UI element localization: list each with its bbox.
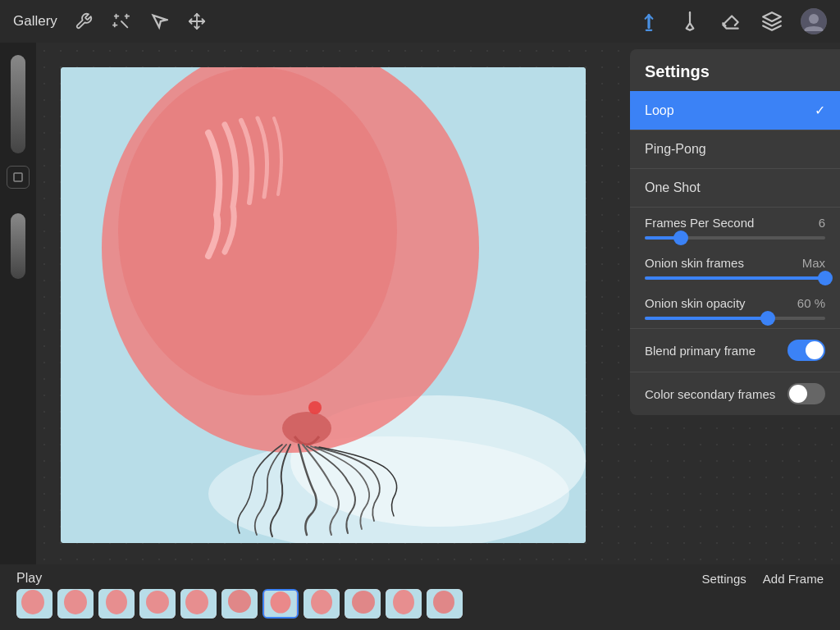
ink-pen-icon[interactable] bbox=[678, 9, 702, 34]
onion-frames-slider-thumb[interactable] bbox=[818, 271, 833, 285]
square-btn[interactable] bbox=[7, 166, 30, 189]
onion-opacity-slider-fill bbox=[645, 317, 768, 320]
fps-slider-track[interactable] bbox=[645, 236, 825, 240]
toolbar-left: Gallery bbox=[13, 10, 208, 33]
avatar[interactable] bbox=[801, 8, 827, 34]
onion-opacity-slider-thumb[interactable] bbox=[760, 311, 775, 326]
svg-point-20 bbox=[64, 590, 87, 614]
frame-thumb-10[interactable] bbox=[386, 589, 422, 619]
frame-thumb-5[interactable] bbox=[180, 589, 217, 619]
loop-label: Loop bbox=[645, 103, 674, 118]
frame-thumb-9[interactable] bbox=[345, 589, 381, 619]
wrench-icon[interactable] bbox=[72, 10, 95, 33]
onion-frames-slider-row: Onion skin frames Max bbox=[630, 248, 840, 288]
onion-opacity-slider-row: Onion skin opacity 60 % bbox=[630, 288, 840, 328]
bottom-actions: Settings Add Frame bbox=[702, 572, 824, 586]
svg-point-8 bbox=[809, 14, 819, 24]
color-secondary-toggle-row: Color secondary frames bbox=[630, 372, 840, 415]
svg-point-26 bbox=[185, 590, 208, 614]
svg-point-24 bbox=[146, 591, 169, 614]
color-secondary-toggle[interactable] bbox=[788, 383, 825, 404]
svg-point-18 bbox=[21, 590, 44, 614]
svg-marker-6 bbox=[763, 12, 781, 21]
layers-icon[interactable] bbox=[760, 9, 784, 34]
svg-point-15 bbox=[282, 412, 331, 445]
bottom-toolbar-top: Play Settings Add Frame bbox=[0, 564, 840, 586]
frame-thumb-1[interactable] bbox=[16, 589, 52, 619]
ping-pong-label: Ping-Pong bbox=[645, 142, 706, 157]
frame-thumb-11[interactable] bbox=[427, 589, 463, 619]
bottom-toolbar: Play Settings Add Frame bbox=[0, 564, 840, 630]
blend-primary-knob bbox=[806, 341, 824, 359]
canvas-frame[interactable] bbox=[61, 67, 586, 543]
svg-point-36 bbox=[393, 590, 414, 614]
svg-rect-9 bbox=[14, 173, 22, 181]
frames-strip bbox=[0, 586, 840, 622]
frame-thumb-7[interactable] bbox=[262, 589, 299, 619]
frame-thumb-2[interactable] bbox=[57, 589, 94, 619]
onion-frames-value: Max bbox=[802, 256, 825, 270]
toolbar-right bbox=[637, 8, 827, 34]
svg-line-0 bbox=[121, 21, 127, 27]
play-button[interactable]: Play bbox=[16, 571, 42, 586]
loop-checkmark: ✓ bbox=[815, 103, 825, 118]
fps-slider-thumb[interactable] bbox=[673, 231, 688, 245]
onion-opacity-value: 60 % bbox=[797, 296, 825, 310]
onion-frames-slider-track[interactable] bbox=[645, 276, 825, 280]
settings-button[interactable]: Settings bbox=[702, 572, 746, 586]
loop-option[interactable]: Loop ✓ bbox=[630, 91, 840, 130]
ping-pong-option[interactable]: Ping-Pong bbox=[630, 130, 840, 169]
blend-primary-toggle-row: Blend primary frame bbox=[630, 328, 840, 372]
frame-thumb-3[interactable] bbox=[98, 589, 135, 619]
color-secondary-knob bbox=[789, 385, 807, 403]
one-shot-option[interactable]: One Shot bbox=[630, 169, 840, 208]
svg-point-22 bbox=[106, 590, 127, 614]
blend-primary-label: Blend primary frame bbox=[645, 344, 756, 358]
fps-label: Frames Per Second bbox=[645, 216, 754, 230]
add-frame-button[interactable]: Add Frame bbox=[763, 572, 824, 586]
magic-wand-icon[interactable] bbox=[110, 10, 133, 33]
frame-thumb-8[interactable] bbox=[304, 589, 340, 619]
frame-thumb-6[interactable] bbox=[221, 589, 258, 619]
pencil-tool-icon[interactable] bbox=[637, 9, 661, 34]
transform-icon[interactable] bbox=[185, 10, 208, 33]
settings-title: Settings bbox=[630, 49, 840, 91]
frame-thumb-4[interactable] bbox=[139, 589, 176, 619]
settings-panel: Settings Loop ✓ Ping-Pong One Shot Frame… bbox=[630, 49, 840, 415]
onion-opacity-label: Onion skin opacity bbox=[645, 296, 746, 310]
one-shot-label: One Shot bbox=[645, 180, 701, 195]
eraser-icon[interactable] bbox=[719, 9, 743, 34]
fps-value: 6 bbox=[819, 216, 825, 230]
onion-frames-label: Onion skin frames bbox=[645, 256, 744, 270]
svg-point-16 bbox=[308, 401, 322, 414]
gallery-button[interactable]: Gallery bbox=[13, 13, 57, 30]
svg-point-32 bbox=[311, 590, 332, 614]
color-strip[interactable] bbox=[11, 55, 25, 153]
onion-opacity-slider-track[interactable] bbox=[645, 317, 825, 320]
top-toolbar: Gallery bbox=[0, 0, 840, 43]
left-sidebar bbox=[0, 43, 36, 564]
onion-frames-slider-fill bbox=[645, 276, 825, 280]
svg-point-38 bbox=[433, 591, 454, 614]
svg-point-30 bbox=[271, 591, 291, 614]
opacity-strip[interactable] bbox=[11, 213, 25, 279]
svg-point-34 bbox=[352, 591, 375, 614]
svg-point-28 bbox=[228, 590, 251, 613]
selection-icon[interactable] bbox=[148, 10, 171, 33]
fps-slider-row: Frames Per Second 6 bbox=[630, 208, 840, 248]
color-secondary-label: Color secondary frames bbox=[645, 387, 775, 401]
blend-primary-toggle[interactable] bbox=[788, 340, 825, 361]
